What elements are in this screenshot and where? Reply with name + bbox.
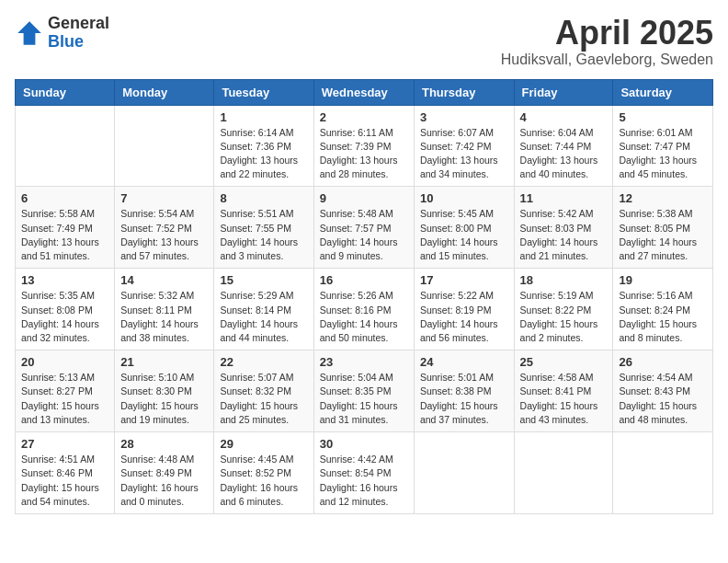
day-number: 10 — [420, 191, 508, 205]
logo-blue: Blue — [48, 33, 109, 52]
calendar-cell: 7Sunrise: 5:54 AMSunset: 7:52 PMDaylight… — [115, 187, 214, 269]
day-info: Sunrise: 5:26 AMSunset: 8:16 PMDaylight:… — [320, 289, 408, 345]
day-number: 27 — [21, 437, 108, 451]
logo-general: General — [48, 15, 109, 33]
day-info: Sunrise: 5:35 AMSunset: 8:08 PMDaylight:… — [21, 289, 108, 345]
calendar-cell: 18Sunrise: 5:19 AMSunset: 8:22 PMDayligh… — [514, 269, 613, 350]
weekday-header-friday: Friday — [514, 79, 613, 105]
week-row-4: 20Sunrise: 5:13 AMSunset: 8:27 PMDayligh… — [16, 350, 713, 432]
day-info: Sunrise: 4:51 AMSunset: 8:46 PMDaylight:… — [21, 453, 108, 509]
weekday-header-saturday: Saturday — [613, 79, 713, 105]
day-info: Sunrise: 5:58 AMSunset: 7:49 PMDaylight:… — [21, 207, 108, 263]
day-number: 30 — [320, 437, 408, 451]
day-info: Sunrise: 5:42 AMSunset: 8:03 PMDaylight:… — [520, 207, 608, 263]
week-row-2: 6Sunrise: 5:58 AMSunset: 7:49 PMDaylight… — [16, 187, 713, 269]
calendar-cell: 12Sunrise: 5:38 AMSunset: 8:05 PMDayligh… — [613, 187, 713, 269]
calendar-cell — [16, 105, 115, 187]
day-number: 17 — [420, 273, 508, 287]
day-info: Sunrise: 5:04 AMSunset: 8:35 PMDaylight:… — [320, 371, 408, 427]
calendar-cell — [115, 105, 214, 187]
day-number: 19 — [619, 273, 707, 287]
calendar-cell: 16Sunrise: 5:26 AMSunset: 8:16 PMDayligh… — [313, 269, 414, 350]
day-info: Sunrise: 4:48 AMSunset: 8:49 PMDaylight:… — [120, 453, 208, 509]
day-number: 15 — [220, 273, 307, 287]
day-info: Sunrise: 5:45 AMSunset: 8:00 PMDaylight:… — [420, 207, 508, 263]
day-info: Sunrise: 5:07 AMSunset: 8:32 PMDaylight:… — [220, 371, 307, 427]
calendar-cell: 22Sunrise: 5:07 AMSunset: 8:32 PMDayligh… — [214, 350, 313, 432]
calendar-cell — [514, 432, 613, 514]
day-number: 1 — [220, 110, 307, 124]
calendar-cell: 10Sunrise: 5:45 AMSunset: 8:00 PMDayligh… — [414, 187, 514, 269]
day-number: 12 — [619, 191, 707, 205]
day-info: Sunrise: 5:16 AMSunset: 8:24 PMDaylight:… — [619, 289, 707, 345]
weekday-header-tuesday: Tuesday — [214, 79, 313, 105]
day-info: Sunrise: 4:42 AMSunset: 8:54 PMDaylight:… — [320, 453, 408, 509]
day-info: Sunrise: 5:32 AMSunset: 8:11 PMDaylight:… — [120, 289, 208, 345]
calendar-cell: 29Sunrise: 4:45 AMSunset: 8:52 PMDayligh… — [214, 432, 313, 514]
week-row-5: 27Sunrise: 4:51 AMSunset: 8:46 PMDayligh… — [16, 432, 713, 514]
day-info: Sunrise: 5:29 AMSunset: 8:14 PMDaylight:… — [220, 289, 307, 345]
calendar-cell: 15Sunrise: 5:29 AMSunset: 8:14 PMDayligh… — [214, 269, 313, 350]
day-number: 23 — [320, 355, 408, 369]
calendar-cell: 11Sunrise: 5:42 AMSunset: 8:03 PMDayligh… — [514, 187, 613, 269]
location: Hudiksvall, Gaevleborg, Sweden — [501, 52, 713, 68]
day-number: 26 — [619, 355, 707, 369]
calendar-cell: 26Sunrise: 4:54 AMSunset: 8:43 PMDayligh… — [613, 350, 713, 432]
weekday-header-monday: Monday — [115, 79, 214, 105]
calendar-cell: 20Sunrise: 5:13 AMSunset: 8:27 PMDayligh… — [16, 350, 115, 432]
day-number: 13 — [21, 273, 108, 287]
day-number: 11 — [520, 191, 608, 205]
calendar-cell: 25Sunrise: 4:58 AMSunset: 8:41 PMDayligh… — [514, 350, 613, 432]
page-header: General Blue April 2025 Hudiksvall, Gaev… — [15, 15, 713, 68]
calendar-cell: 13Sunrise: 5:35 AMSunset: 8:08 PMDayligh… — [16, 269, 115, 350]
calendar-body: 1Sunrise: 6:14 AMSunset: 7:36 PMDaylight… — [16, 105, 713, 513]
day-number: 8 — [220, 191, 307, 205]
day-number: 3 — [420, 110, 508, 124]
day-info: Sunrise: 6:04 AMSunset: 7:44 PMDaylight:… — [520, 126, 608, 182]
day-number: 2 — [320, 110, 408, 124]
logo-icon — [15, 18, 44, 48]
calendar-cell: 2Sunrise: 6:11 AMSunset: 7:39 PMDaylight… — [313, 105, 414, 187]
day-info: Sunrise: 6:14 AMSunset: 7:36 PMDaylight:… — [220, 126, 307, 182]
calendar-cell: 9Sunrise: 5:48 AMSunset: 7:57 PMDaylight… — [313, 187, 414, 269]
calendar-cell: 19Sunrise: 5:16 AMSunset: 8:24 PMDayligh… — [613, 269, 713, 350]
calendar-cell: 14Sunrise: 5:32 AMSunset: 8:11 PMDayligh… — [115, 269, 214, 350]
weekday-header-thursday: Thursday — [414, 79, 514, 105]
day-number: 7 — [120, 191, 208, 205]
calendar-cell: 21Sunrise: 5:10 AMSunset: 8:30 PMDayligh… — [115, 350, 214, 432]
calendar-cell: 1Sunrise: 6:14 AMSunset: 7:36 PMDaylight… — [214, 105, 313, 187]
day-number: 14 — [120, 273, 208, 287]
calendar-cell: 28Sunrise: 4:48 AMSunset: 8:49 PMDayligh… — [115, 432, 214, 514]
day-number: 21 — [120, 355, 208, 369]
day-info: Sunrise: 4:54 AMSunset: 8:43 PMDaylight:… — [619, 371, 707, 427]
day-number: 25 — [520, 355, 608, 369]
day-info: Sunrise: 6:07 AMSunset: 7:42 PMDaylight:… — [420, 126, 508, 182]
svg-marker-0 — [17, 21, 41, 45]
day-number: 18 — [520, 273, 608, 287]
weekday-header-sunday: Sunday — [16, 79, 115, 105]
day-number: 29 — [220, 437, 307, 451]
day-number: 20 — [21, 355, 108, 369]
logo: General Blue — [15, 15, 109, 52]
calendar-cell: 30Sunrise: 4:42 AMSunset: 8:54 PMDayligh… — [313, 432, 414, 514]
calendar-cell: 24Sunrise: 5:01 AMSunset: 8:38 PMDayligh… — [414, 350, 514, 432]
day-number: 9 — [320, 191, 408, 205]
day-number: 24 — [420, 355, 508, 369]
day-info: Sunrise: 5:51 AMSunset: 7:55 PMDaylight:… — [220, 207, 307, 263]
weekday-header-row: SundayMondayTuesdayWednesdayThursdayFrid… — [16, 79, 713, 105]
week-row-3: 13Sunrise: 5:35 AMSunset: 8:08 PMDayligh… — [16, 269, 713, 350]
day-info: Sunrise: 4:58 AMSunset: 8:41 PMDaylight:… — [520, 371, 608, 427]
day-info: Sunrise: 6:11 AMSunset: 7:39 PMDaylight:… — [320, 126, 408, 182]
calendar-cell: 3Sunrise: 6:07 AMSunset: 7:42 PMDaylight… — [414, 105, 514, 187]
day-number: 16 — [320, 273, 408, 287]
day-info: Sunrise: 5:22 AMSunset: 8:19 PMDaylight:… — [420, 289, 508, 345]
day-info: Sunrise: 5:10 AMSunset: 8:30 PMDaylight:… — [120, 371, 208, 427]
calendar-cell: 23Sunrise: 5:04 AMSunset: 8:35 PMDayligh… — [313, 350, 414, 432]
weekday-header-wednesday: Wednesday — [313, 79, 414, 105]
calendar-cell — [613, 432, 713, 514]
calendar-cell — [414, 432, 514, 514]
day-number: 22 — [220, 355, 307, 369]
title-block: April 2025 Hudiksvall, Gaevleborg, Swede… — [501, 15, 713, 68]
calendar-cell: 17Sunrise: 5:22 AMSunset: 8:19 PMDayligh… — [414, 269, 514, 350]
calendar-cell: 5Sunrise: 6:01 AMSunset: 7:47 PMDaylight… — [613, 105, 713, 187]
